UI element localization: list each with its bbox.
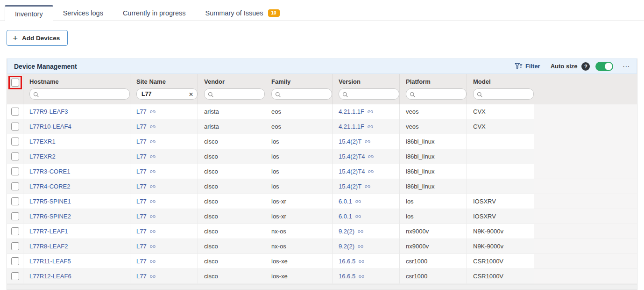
row-checkbox[interactable] [11,167,19,175]
site-link[interactable]: L77 [136,123,156,130]
clear-filter-icon[interactable]: ✕ [189,91,193,98]
site-link[interactable]: L77 [136,138,156,145]
version-link[interactable]: 6.0.1 [339,198,361,205]
table-header: HostnameSite Name✕VendorFamilyVersionPla… [7,74,637,104]
cell-family: ios [271,183,279,190]
tab-summary-of-issues[interactable]: Summary of Issues 10 [195,5,289,21]
filter-button[interactable]: Filter [515,63,540,70]
hostname-link[interactable]: L77R7-LEAF1 [29,228,68,235]
row-checkbox[interactable] [11,108,19,116]
panel-title: Device Management [14,63,77,70]
auto-size-toggle[interactable] [595,62,613,71]
version-link[interactable]: 16.6.5 [339,258,365,265]
cell-platform: i86bi_linux [406,153,434,160]
column-label: Site Name [136,78,198,85]
table-row: L77R9-LEAF3L77aristaeos4.21.1.1FveosCVX [7,104,637,119]
version-link[interactable]: 15.4(2)T4 [339,168,374,175]
site-link[interactable]: L77 [136,273,156,280]
hostname-link[interactable]: L77R3-CORE1 [29,168,70,175]
row-checkbox-cell [7,149,23,164]
cell-platform: ios [406,213,414,220]
table-row: L77R6-SPINE2L77ciscoios-xr6.0.1iosIOSXRV [7,209,637,224]
row-checkbox[interactable] [11,272,19,280]
link-icon [364,183,371,190]
hostname-link[interactable]: L77R4-CORE2 [29,183,70,190]
version-link[interactable]: 15.4(2)T4 [339,153,374,160]
row-filler [534,209,637,224]
auto-size-label: Auto size [551,63,578,70]
row-checkbox[interactable] [11,138,19,145]
version-link[interactable]: 15.4(2)T [339,138,371,145]
row-checkbox[interactable] [11,227,19,235]
row-checkbox[interactable] [11,242,19,250]
site-link[interactable]: L77 [136,198,156,205]
filter-label: Filter [525,63,540,70]
row-filler [534,254,637,268]
hostname-link[interactable]: L77R10-LEAF4 [29,123,71,130]
site-link[interactable]: L77 [136,183,156,190]
hostname-link[interactable]: L77R5-SPINE1 [29,198,71,205]
site-link[interactable]: L77 [136,258,156,265]
hostname-link[interactable]: L77R12-LEAF6 [29,273,71,280]
tab-services-logs[interactable]: Services logs [53,5,113,21]
site-link[interactable]: L77 [136,213,156,220]
help-icon[interactable]: ? [581,62,590,71]
hostname-link[interactable]: L77EXR2 [29,153,56,160]
cell-family: ios-xe [271,258,288,265]
hostname-link[interactable]: L77EXR1 [29,138,56,145]
row-checkbox[interactable] [11,152,19,160]
horizontal-scrollbar[interactable] [7,284,637,290]
site-link[interactable]: L77 [136,168,156,175]
cell-platform: ios [406,198,414,205]
site-link[interactable]: L77 [136,153,156,160]
hostname-link[interactable]: L77R11-LEAF5 [29,258,71,265]
select-all-annotation-highlight [8,76,22,89]
tab-label: Summary of Issues [205,9,263,17]
hostname-link[interactable]: L77R8-LEAF2 [29,243,68,250]
filter-input-hostname[interactable] [29,88,130,100]
select-all-cell [7,74,23,104]
hostname-link[interactable]: L77R9-LEAF3 [29,108,68,115]
version-link[interactable]: 6.0.1 [339,213,361,220]
more-options-button[interactable]: ... [623,63,630,69]
row-checkbox[interactable] [11,257,19,265]
site-link[interactable]: L77 [136,243,156,250]
site-link[interactable]: L77 [136,228,156,235]
search-icon [410,92,416,98]
link-icon [364,138,371,145]
column-label: Family [271,78,332,85]
version-link[interactable]: 15.4(2)T [339,183,371,190]
row-checkbox[interactable] [11,197,19,205]
version-link[interactable]: 9.2(2) [339,228,364,235]
link-icon [149,183,156,190]
version-link[interactable]: 4.21.1.1F [339,108,374,115]
tab-inventory[interactable]: Inventory [5,5,53,21]
cell-model: N9K-9000v [473,243,503,250]
link-icon [368,168,374,175]
row-filler [534,134,637,149]
row-checkbox[interactable] [11,123,19,130]
select-all-checkbox[interactable] [11,79,19,87]
site-link[interactable]: L77 [136,108,156,115]
add-devices-button[interactable]: + Add Devices [7,30,68,46]
version-link[interactable]: 4.21.1.1F [339,123,374,130]
row-checkbox[interactable] [11,212,19,220]
row-filler [534,104,637,119]
hostname-link[interactable]: L77R6-SPINE2 [29,213,71,220]
version-link[interactable]: 16.6.5 [339,273,365,280]
version-link[interactable]: 9.2(2) [339,243,364,250]
column-header-site: Site Name✕ [130,74,198,104]
tab-currently-in-progress[interactable]: Currently in progress [113,5,196,21]
link-icon [149,123,156,130]
tab-bar: Inventory Services logs Currently in pro… [0,0,644,21]
cell-model: CSR1000V [473,258,503,265]
table-row: L77R3-CORE1L77ciscoios15.4(2)T4i86bi_lin… [7,164,637,179]
link-icon [355,198,361,205]
column-header-filler [534,74,637,104]
cell-vendor: cisco [204,153,218,160]
cell-family: ios [271,168,279,175]
column-header-model: Model [467,74,534,104]
filter-icon [515,63,523,70]
row-checkbox[interactable] [11,182,19,190]
column-label: Version [339,78,399,85]
